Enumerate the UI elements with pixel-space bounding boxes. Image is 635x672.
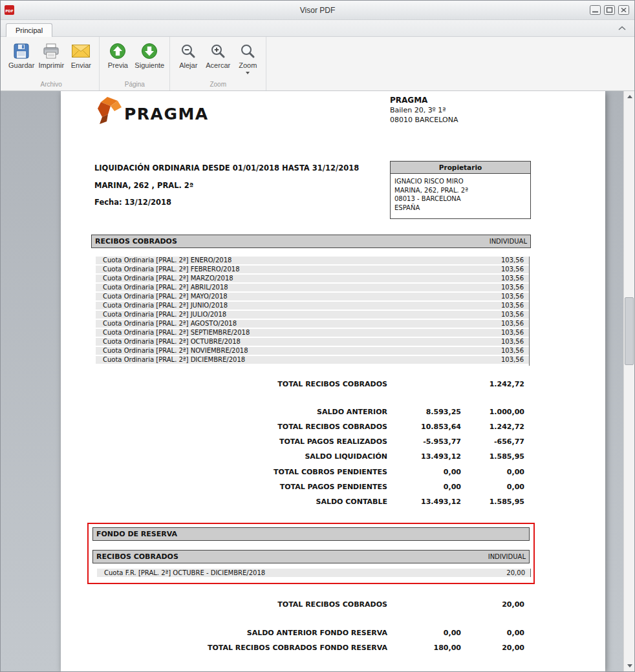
total-col1 xyxy=(387,600,461,609)
summary-row: TOTAL COBROS PENDIENTES0,000,00 xyxy=(91,468,531,477)
section-tag: INDIVIDUAL xyxy=(490,238,527,245)
table-row: Cuota F.R. [PRAL. 2ª] OCTUBRE - DICIEMBR… xyxy=(97,569,530,577)
row-label: Cuota Ordinaria [PRAL. 2ª] MAYO/2018 xyxy=(96,293,228,300)
summary-label: SALDO LIQUIDACIÓN xyxy=(91,452,387,461)
row-label: Cuota Ordinaria [PRAL. 2ª] AGOSTO/2018 xyxy=(96,320,237,328)
summary-col1: 13.493,12 xyxy=(387,498,461,507)
arrow-up-circle-icon xyxy=(109,43,126,59)
row-label: Cuota Ordinaria [PRAL. 2ª] NOVIEMBRE/201… xyxy=(96,347,248,355)
row-amount: 103,56 xyxy=(501,266,529,273)
acercar-label: Acercar xyxy=(206,61,230,69)
pdf-app-icon: PDF xyxy=(5,5,14,15)
summary-col2: 20,00 xyxy=(461,644,524,653)
fondo-recibos-header: RECIBOS COBRADOS INDIVIDUAL xyxy=(92,550,530,563)
section-title: RECIBOS COBRADOS xyxy=(95,237,177,246)
title-bar: PDF Visor PDF xyxy=(1,1,634,20)
row-label: Cuota Ordinaria [PRAL. 2ª] SEPTIEMBRE/20… xyxy=(96,329,250,337)
table-row: Cuota Ordinaria [PRAL. 2ª] ABRIL/2018103… xyxy=(96,284,529,291)
imprimir-button[interactable]: Imprimir xyxy=(36,40,66,70)
row-amount: 103,56 xyxy=(501,275,529,282)
summary-col1: 0,00 xyxy=(387,483,461,492)
table-row: Cuota Ordinaria [PRAL. 2ª] DICIEMBRE/201… xyxy=(96,356,529,364)
summary-col1: -5.953,77 xyxy=(387,437,461,446)
zoom-button[interactable]: Zoom xyxy=(233,40,263,76)
summary-label: TOTAL PAGOS REALIZADOS xyxy=(91,437,387,446)
group-label-zoom: Zoom xyxy=(173,79,263,90)
row-amount: 103,56 xyxy=(501,320,529,328)
date-line: Fecha: 13/12/2018 xyxy=(94,198,171,207)
scrollbar-thumb[interactable] xyxy=(625,297,634,365)
summary-label: SALDO ANTERIOR xyxy=(91,408,387,417)
arrow-up-icon xyxy=(627,95,632,98)
window-title: Visor PDF xyxy=(1,6,634,15)
recibos-table: Cuota Ordinaria [PRAL. 2ª] ENERO/2018103… xyxy=(96,257,530,366)
previa-button[interactable]: Previa xyxy=(103,40,133,70)
previa-label: Previa xyxy=(108,61,128,69)
table-row: Cuota Ordinaria [PRAL. 2ª] AGOSTO/201810… xyxy=(96,320,529,328)
fondo-recibos-tag: INDIVIDUAL xyxy=(488,553,526,560)
collapse-ribbon-icon[interactable] xyxy=(618,25,627,31)
group-label-archivo: Archivo xyxy=(6,79,96,90)
maximize-button[interactable] xyxy=(604,5,615,15)
envelope-icon xyxy=(72,43,90,59)
summary-label: TOTAL PAGOS PENDIENTES xyxy=(91,483,387,492)
fondo-summary-block: SALDO ANTERIOR FONDO RESERVA0,000,00 TOT… xyxy=(91,629,531,653)
summary-row: SALDO LIQUIDACIÓN13.493,121.585,95 xyxy=(91,452,531,461)
arrow-down-icon xyxy=(627,664,632,667)
row-amount: 103,56 xyxy=(501,356,529,364)
owner-box-body: IGNACIO RISCO MIRO MARINA, 262, PRAL. 2ª… xyxy=(390,174,531,219)
fondo-table: Cuota F.R. [PRAL. 2ª] OCTUBRE - DICIEMBR… xyxy=(97,569,531,577)
enviar-label: Enviar xyxy=(71,61,91,69)
pdf-page: PRAGMA PRAGMA Bailen 20, 3º 1ª 08010 BAR… xyxy=(61,91,605,671)
owner-box: Propietario IGNACIO RISCO MIRO MARINA, 2… xyxy=(390,161,531,219)
ribbon-group-pagina: Previa Siguiente Página xyxy=(100,37,170,90)
summary-col2: 1.000,00 xyxy=(461,408,524,417)
recibos-total-row: TOTAL RECIBOS COBRADOS 1.242,72 xyxy=(91,380,531,389)
liquidation-title: LIQUIDACIÓN ORDINARIA DESDE 01/01/2018 H… xyxy=(94,163,359,173)
tab-principal[interactable]: Principal xyxy=(6,23,52,37)
enviar-button[interactable]: Enviar xyxy=(66,40,96,70)
acercar-button[interactable]: Acercar xyxy=(203,40,233,70)
fondo-reserva-highlight-box: FONDO DE RESERVA RECIBOS COBRADOS INDIVI… xyxy=(87,523,535,584)
summary-row: TOTAL RECIBOS COBRADOS FONDO RESERVA180,… xyxy=(91,644,531,653)
pragma-logo: PRAGMA xyxy=(92,95,208,130)
zoom-out-icon xyxy=(180,43,197,59)
summary-col1: 13.493,12 xyxy=(387,452,461,461)
company-name: PRAGMA xyxy=(390,96,458,105)
table-row: Cuota Ordinaria [PRAL. 2ª] JULIO/2018103… xyxy=(96,311,529,319)
scroll-up-button[interactable] xyxy=(624,91,634,102)
guardar-button[interactable]: Guardar xyxy=(6,40,36,70)
siguiente-button[interactable]: Siguiente xyxy=(133,40,166,70)
row-label: Cuota Ordinaria [PRAL. 2ª] ABRIL/2018 xyxy=(96,284,228,291)
table-row: Cuota Ordinaria [PRAL. 2ª] FEBRERO/20181… xyxy=(96,266,529,273)
row-label: Cuota Ordinaria [PRAL. 2ª] DICIEMBRE/201… xyxy=(96,356,245,364)
close-button[interactable] xyxy=(618,5,629,15)
summary-col1: 0,00 xyxy=(387,468,461,477)
alejar-button[interactable]: Alejar xyxy=(173,40,203,70)
summary-col1: 0,00 xyxy=(387,629,461,638)
summary-col2: 1.242,72 xyxy=(461,423,524,432)
ribbon-group-zoom: Alejar Acercar Zoom Zoom xyxy=(170,37,266,90)
arrow-down-circle-icon xyxy=(141,43,158,59)
zoom-label: Zoom xyxy=(239,61,257,69)
row-label: Cuota Ordinaria [PRAL. 2ª] JUNIO/2018 xyxy=(96,302,228,310)
row-amount: 103,56 xyxy=(501,302,529,310)
vertical-scrollbar[interactable] xyxy=(623,91,634,671)
ribbon: Guardar Imprimir Enviar Archivo xyxy=(1,37,634,91)
fondo-recibos-title: RECIBOS COBRADOS xyxy=(96,552,178,561)
owner-address2: 08013 - BARCELONA xyxy=(394,194,526,204)
alejar-label: Alejar xyxy=(179,61,197,69)
summary-label: TOTAL RECIBOS COBRADOS xyxy=(91,423,387,432)
summary-block: SALDO ANTERIOR8.593,251.000,00 TOTAL REC… xyxy=(91,408,531,507)
row-label: Cuota Ordinaria [PRAL. 2ª] FEBRERO/2018 xyxy=(96,266,240,273)
owner-name: IGNACIO RISCO MIRO xyxy=(394,177,526,186)
summary-row: SALDO ANTERIOR8.593,251.000,00 xyxy=(91,408,531,417)
owner-country: ESPAÑA xyxy=(394,204,526,213)
scroll-down-button[interactable] xyxy=(624,660,634,671)
property-line: MARINA, 262 , PRAL. 2ª xyxy=(94,181,193,190)
summary-label: SALDO CONTABLE xyxy=(91,498,387,507)
summary-label: SALDO ANTERIOR FONDO RESERVA xyxy=(91,629,387,638)
row-amount: 103,56 xyxy=(501,257,529,264)
minimize-button[interactable] xyxy=(590,5,601,15)
row-amount: 103,56 xyxy=(501,347,529,355)
